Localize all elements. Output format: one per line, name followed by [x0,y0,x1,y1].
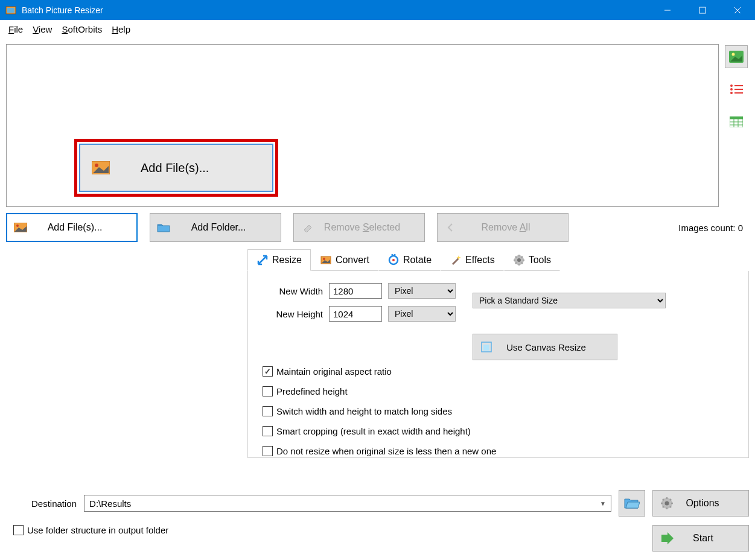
canvas-resize-label: Use Canvas Resize [492,342,617,352]
options-button[interactable]: Options [652,490,749,517]
svg-point-30 [517,258,521,262]
play-icon [660,532,675,544]
window-controls [650,0,755,20]
add-files-label: Add File(s)... [28,222,136,233]
tab-resize-label: Resize [272,255,302,266]
switch-wh-label: Switch width and height to match long si… [276,406,452,416]
menu-softorbits[interactable]: SoftOrbits [57,22,107,37]
add-files-button[interactable]: Add File(s)... [6,213,138,242]
remove-all-label: Remove All [458,222,568,233]
menu-help[interactable]: Help [107,22,135,37]
folder-open-icon [624,497,640,509]
menu-file[interactable]: File [4,22,28,37]
maintain-aspect-label: Maintain original aspect ratio [276,366,392,377]
tab-tools[interactable]: Tools [504,249,560,271]
smart-crop-check[interactable]: Smart cropping (result in exact width an… [263,426,734,436]
tab-rotate[interactable]: Rotate [378,249,441,271]
new-width-input[interactable] [329,283,382,299]
menu-view[interactable]: View [28,22,57,37]
canvas-resize-button[interactable]: Use Canvas Resize [473,334,617,360]
start-button[interactable]: Start [652,525,749,552]
new-height-label: New Height [263,309,323,319]
rotate-icon [387,254,400,266]
tab-tools-label: Tools [529,255,551,266]
svg-rect-1 [7,8,14,13]
svg-point-14 [730,92,733,94]
checkbox-icon [263,386,273,396]
remove-selected-button[interactable]: Remove Selected [293,213,425,242]
start-label: Start [675,533,748,544]
svg-point-7 [95,164,98,167]
svg-point-34 [665,501,669,506]
svg-point-24 [16,224,19,227]
tabs: Resize Convert Rotate Effects Tools [247,249,749,271]
tab-effects-label: Effects [465,255,495,266]
svg-point-9 [732,53,735,56]
options-label: Options [674,498,748,509]
remove-all-button[interactable]: Remove All [437,213,569,242]
picture-icon [13,223,28,232]
maintain-aspect-check[interactable]: Maintain original aspect ratio [263,366,734,377]
view-thumbnails-button[interactable] [725,45,748,68]
smart-crop-label: Smart cropping (result in exact width an… [276,426,471,436]
gear-icon [660,497,674,510]
resize-panel: New Width Pixel New Height Pixel Pick a … [247,271,749,458]
use-folder-structure-check[interactable]: Use folder structure in output folder [13,525,168,535]
remove-selected-label: Remove Selected [314,222,424,233]
add-folder-button[interactable]: Add Folder... [150,213,281,242]
chevron-down-icon: ▼ [600,500,606,507]
tab-resize[interactable]: Resize [247,249,311,271]
images-count: Images count: 0 [678,223,743,233]
highlight-add-files: Add File(s)... [74,139,278,197]
predefined-height-check[interactable]: Predefined height [263,386,734,396]
height-unit-select[interactable]: Pixel [388,306,456,322]
svg-rect-32 [483,345,489,351]
new-height-input[interactable] [329,306,382,322]
standard-size-select[interactable]: Pick a Standard Size [473,293,666,308]
svg-rect-3 [699,7,706,13]
new-width-label: New Width [263,286,323,296]
destination-value: D:\Results [89,498,131,509]
titlebar: Batch Picture Resizer [0,0,755,20]
checkbox-icon [263,406,273,416]
destination-label: Destination [31,498,77,509]
add-folder-label: Add Folder... [171,222,281,233]
checkbox-icon [263,366,273,377]
canvas-icon [480,341,492,353]
svg-point-26 [323,258,325,260]
folder-icon [156,223,171,232]
svg-point-12 [730,88,733,91]
view-grid-button[interactable] [725,110,748,133]
checkbox-icon [263,446,273,456]
svg-rect-22 [730,116,743,119]
add-files-large-label: Add File(s)... [141,161,209,175]
app-title: Batch Picture Resizer [22,5,650,15]
minimize-button[interactable] [650,0,685,20]
convert-icon [320,254,332,266]
no-resize-check[interactable]: Do not resize when original size is less… [263,446,734,456]
tab-effects[interactable]: Effects [441,249,504,271]
view-list-button[interactable] [725,78,748,101]
switch-wh-check[interactable]: Switch width and height to match long si… [263,406,734,416]
preview-area: Add File(s)... [6,44,719,207]
tab-convert[interactable]: Convert [311,249,378,271]
tools-icon [513,254,525,266]
close-button[interactable] [720,0,755,20]
width-unit-select[interactable]: Pixel [388,283,456,299]
no-resize-label: Do not resize when original size is less… [276,446,496,456]
maximize-button[interactable] [685,0,720,20]
effects-icon [450,254,462,266]
use-folder-structure-label: Use folder structure in output folder [27,525,168,535]
destination-combo[interactable]: D:\Results ▼ [84,495,611,512]
picture-icon [89,159,113,177]
view-buttons [724,44,749,207]
svg-point-28 [392,259,395,261]
remove-all-icon [444,223,458,232]
eraser-icon [300,223,314,232]
checkbox-icon [263,426,273,436]
add-files-large-button[interactable]: Add File(s)... [79,144,273,192]
svg-point-10 [730,84,733,87]
tab-rotate-label: Rotate [403,255,432,266]
checkbox-icon [13,525,24,535]
browse-button[interactable] [619,490,645,517]
